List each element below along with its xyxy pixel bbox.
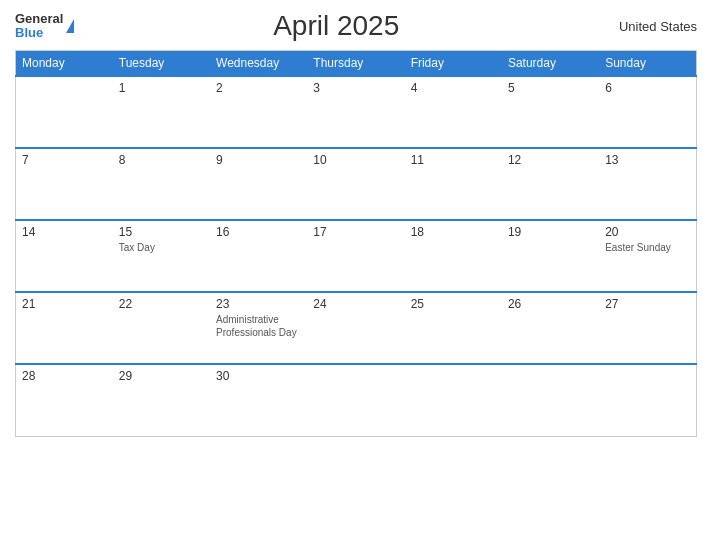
logo: General Blue	[15, 12, 75, 41]
col-sunday: Sunday	[599, 51, 696, 77]
day-number: 1	[119, 81, 204, 95]
day-number: 5	[508, 81, 593, 95]
calendar-cell: 1	[113, 76, 210, 148]
calendar-cell	[16, 76, 113, 148]
calendar-cell: 30	[210, 364, 307, 436]
day-number: 24	[313, 297, 398, 311]
calendar-cell: 29	[113, 364, 210, 436]
calendar-cell: 5	[502, 76, 599, 148]
calendar-cell: 11	[405, 148, 502, 220]
calendar-cell: 28	[16, 364, 113, 436]
day-number: 6	[605, 81, 690, 95]
calendar-cell	[599, 364, 696, 436]
day-number: 21	[22, 297, 107, 311]
col-wednesday: Wednesday	[210, 51, 307, 77]
day-number: 13	[605, 153, 690, 167]
col-thursday: Thursday	[307, 51, 404, 77]
day-number: 17	[313, 225, 398, 239]
day-number: 11	[411, 153, 496, 167]
day-number: 8	[119, 153, 204, 167]
logo-blue-text: Blue	[15, 25, 43, 40]
calendar-cell	[502, 364, 599, 436]
day-number: 2	[216, 81, 301, 95]
calendar-week-row: 78910111213	[16, 148, 697, 220]
logo-general-text: General	[15, 11, 63, 26]
calendar-table: Monday Tuesday Wednesday Thursday Friday…	[15, 50, 697, 437]
calendar-cell: 13	[599, 148, 696, 220]
day-number: 29	[119, 369, 204, 383]
calendar-cell	[307, 364, 404, 436]
day-number: 23	[216, 297, 301, 311]
calendar-week-row: 1415Tax Day1617181920Easter Sunday	[16, 220, 697, 292]
calendar-cell: 2	[210, 76, 307, 148]
calendar-cell: 18	[405, 220, 502, 292]
day-number: 19	[508, 225, 593, 239]
day-number: 26	[508, 297, 593, 311]
calendar-cell: 24	[307, 292, 404, 364]
calendar-cell: 10	[307, 148, 404, 220]
col-saturday: Saturday	[502, 51, 599, 77]
calendar-cell: 12	[502, 148, 599, 220]
holiday-label: Tax Day	[119, 241, 204, 254]
day-number: 30	[216, 369, 301, 383]
day-number: 15	[119, 225, 204, 239]
day-number: 3	[313, 81, 398, 95]
calendar-cell: 4	[405, 76, 502, 148]
day-number: 7	[22, 153, 107, 167]
calendar-cell: 26	[502, 292, 599, 364]
day-number: 9	[216, 153, 301, 167]
calendar-header: General Blue April 2025 United States	[15, 10, 697, 42]
calendar-cell: 16	[210, 220, 307, 292]
logo-triangle-icon	[66, 19, 74, 33]
day-number: 22	[119, 297, 204, 311]
calendar-cell: 22	[113, 292, 210, 364]
day-number: 18	[411, 225, 496, 239]
day-number: 12	[508, 153, 593, 167]
calendar-cell: 6	[599, 76, 696, 148]
calendar-cell: 15Tax Day	[113, 220, 210, 292]
day-number: 16	[216, 225, 301, 239]
day-number: 10	[313, 153, 398, 167]
col-tuesday: Tuesday	[113, 51, 210, 77]
calendar-cell: 8	[113, 148, 210, 220]
calendar-week-row: 123456	[16, 76, 697, 148]
month-title: April 2025	[75, 10, 597, 42]
col-friday: Friday	[405, 51, 502, 77]
calendar-page: General Blue April 2025 United States Mo…	[0, 0, 712, 550]
day-number: 28	[22, 369, 107, 383]
day-number: 14	[22, 225, 107, 239]
calendar-week-row: 212223Administrative Professionals Day24…	[16, 292, 697, 364]
calendar-cell: 23Administrative Professionals Day	[210, 292, 307, 364]
holiday-label: Easter Sunday	[605, 241, 690, 254]
holiday-label: Administrative Professionals Day	[216, 313, 301, 339]
day-number: 25	[411, 297, 496, 311]
day-number: 4	[411, 81, 496, 95]
calendar-cell: 19	[502, 220, 599, 292]
calendar-cell: 17	[307, 220, 404, 292]
calendar-cell	[405, 364, 502, 436]
weekday-header-row: Monday Tuesday Wednesday Thursday Friday…	[16, 51, 697, 77]
day-number: 20	[605, 225, 690, 239]
calendar-cell: 7	[16, 148, 113, 220]
calendar-cell: 14	[16, 220, 113, 292]
calendar-cell: 27	[599, 292, 696, 364]
calendar-cell: 21	[16, 292, 113, 364]
calendar-cell: 9	[210, 148, 307, 220]
calendar-week-row: 282930	[16, 364, 697, 436]
calendar-cell: 20Easter Sunday	[599, 220, 696, 292]
calendar-cell: 25	[405, 292, 502, 364]
region-label: United States	[597, 19, 697, 34]
col-monday: Monday	[16, 51, 113, 77]
day-number: 27	[605, 297, 690, 311]
calendar-cell: 3	[307, 76, 404, 148]
